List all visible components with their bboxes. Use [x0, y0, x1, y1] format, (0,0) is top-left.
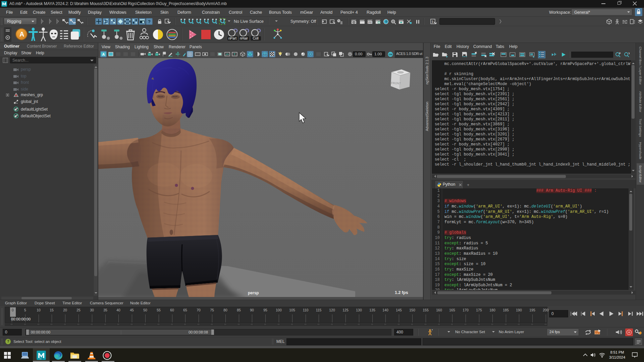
svg-text:I: I: [432, 20, 433, 24]
svg-text:T: T: [234, 53, 236, 56]
svg-text:A: A: [102, 52, 105, 56]
svg-text:nHair: nHair: [240, 37, 248, 40]
svg-text:FRONT: FRONT: [391, 81, 401, 85]
svg-text:IPR: IPR: [368, 21, 372, 24]
svg-text:nPart: nPart: [228, 37, 236, 40]
svg-text:ON: ON: [389, 53, 392, 56]
svg-text:A04: A04: [40, 358, 42, 360]
svg-text:?: ?: [148, 19, 151, 24]
svg-text:Coll: Coll: [253, 37, 258, 40]
